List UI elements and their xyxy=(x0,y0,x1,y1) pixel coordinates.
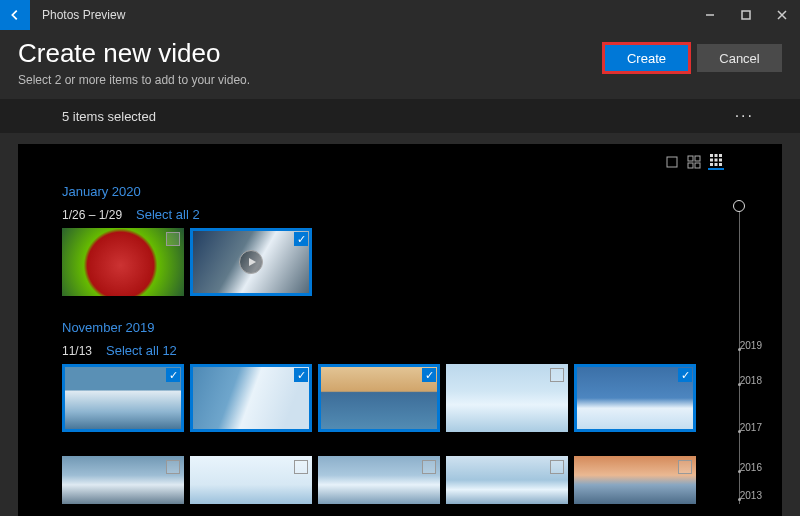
checkbox-icon[interactable] xyxy=(678,368,692,382)
checkbox-icon[interactable] xyxy=(550,368,564,382)
svg-rect-2 xyxy=(688,156,693,161)
maximize-button[interactable] xyxy=(728,0,764,30)
dialog-title: Create new video xyxy=(18,38,250,69)
gallery-item[interactable] xyxy=(190,456,312,504)
svg-rect-14 xyxy=(719,163,722,166)
selection-bar: 5 items selected ··· xyxy=(0,99,800,133)
svg-rect-6 xyxy=(710,154,713,157)
checkbox-icon[interactable] xyxy=(166,368,180,382)
svg-rect-0 xyxy=(742,11,750,19)
more-menu-button[interactable]: ··· xyxy=(735,107,754,125)
checkbox-icon[interactable] xyxy=(422,460,436,474)
timeline-dot xyxy=(738,383,741,386)
gallery-item[interactable] xyxy=(574,456,696,504)
play-icon[interactable] xyxy=(239,250,263,274)
date-range: 11/13 xyxy=(62,344,92,358)
checkbox-icon[interactable] xyxy=(422,368,436,382)
gallery-item[interactable] xyxy=(62,228,184,296)
timeline-dot xyxy=(738,430,741,433)
month-heading[interactable]: January 2020 xyxy=(62,184,724,199)
timeline-year[interactable]: 2016 xyxy=(740,462,762,473)
back-button[interactable] xyxy=(0,0,30,30)
gallery-item[interactable] xyxy=(318,456,440,504)
gallery-item[interactable] xyxy=(318,364,440,432)
timeline-handle[interactable] xyxy=(733,200,745,212)
gallery-item[interactable] xyxy=(446,456,568,504)
svg-rect-11 xyxy=(719,159,722,162)
checkbox-icon[interactable] xyxy=(294,460,308,474)
svg-rect-9 xyxy=(710,159,713,162)
checkbox-icon[interactable] xyxy=(166,460,180,474)
thumb-row xyxy=(62,456,724,504)
timeline-dot xyxy=(738,498,741,501)
month-heading[interactable]: November 2019 xyxy=(62,320,724,335)
gallery-item[interactable] xyxy=(190,364,312,432)
svg-rect-5 xyxy=(695,163,700,168)
create-button[interactable]: Create xyxy=(604,44,689,72)
select-all-link[interactable]: Select all 2 xyxy=(136,207,200,222)
gallery-item[interactable] xyxy=(62,456,184,504)
cancel-button[interactable]: Cancel xyxy=(697,44,782,72)
checkbox-icon[interactable] xyxy=(166,232,180,246)
window-controls xyxy=(692,0,800,30)
minimize-button[interactable] xyxy=(692,0,728,30)
svg-rect-1 xyxy=(667,157,677,167)
date-range: 1/26 – 1/29 xyxy=(62,208,122,222)
checkbox-icon[interactable] xyxy=(550,460,564,474)
timeline-year[interactable]: 2017 xyxy=(740,422,762,433)
gallery-item[interactable] xyxy=(62,364,184,432)
timeline-year[interactable]: 2018 xyxy=(740,375,762,386)
thumb-row xyxy=(62,228,724,296)
timeline-dot xyxy=(738,470,741,473)
svg-rect-12 xyxy=(710,163,713,166)
dialog-header: Create new video Select 2 or more items … xyxy=(0,30,800,99)
view-large-grid-icon[interactable] xyxy=(708,154,724,170)
checkbox-icon[interactable] xyxy=(294,232,308,246)
gallery-item[interactable] xyxy=(190,228,312,296)
gallery-item[interactable] xyxy=(446,364,568,432)
select-all-link[interactable]: Select all 12 xyxy=(106,343,177,358)
checkbox-icon[interactable] xyxy=(294,368,308,382)
app-title: Photos Preview xyxy=(42,8,125,22)
titlebar: Photos Preview xyxy=(0,0,800,30)
timeline-year[interactable]: 2019 xyxy=(740,340,762,351)
svg-rect-4 xyxy=(688,163,693,168)
svg-rect-8 xyxy=(719,154,722,157)
timeline-dot xyxy=(738,348,741,351)
selection-count: 5 items selected xyxy=(62,109,156,124)
gallery-content: January 2020 1/26 – 1/29 Select all 2 No… xyxy=(62,184,724,516)
dialog-subtitle: Select 2 or more items to add to your vi… xyxy=(18,73,250,87)
svg-rect-7 xyxy=(715,154,718,157)
view-toggle-group xyxy=(664,154,724,170)
svg-rect-3 xyxy=(695,156,700,161)
date-timeline[interactable]: 2019 2018 2017 2016 2013 xyxy=(734,200,762,504)
close-button[interactable] xyxy=(764,0,800,30)
svg-rect-10 xyxy=(715,159,718,162)
gallery-viewport: January 2020 1/26 – 1/29 Select all 2 No… xyxy=(18,144,782,516)
view-small-grid-icon[interactable] xyxy=(686,154,702,170)
thumb-row xyxy=(62,364,724,432)
checkbox-icon[interactable] xyxy=(678,460,692,474)
timeline-year[interactable]: 2013 xyxy=(740,490,762,501)
timeline-track xyxy=(739,212,740,504)
gallery-item[interactable] xyxy=(574,364,696,432)
svg-rect-13 xyxy=(715,163,718,166)
view-single-icon[interactable] xyxy=(664,154,680,170)
